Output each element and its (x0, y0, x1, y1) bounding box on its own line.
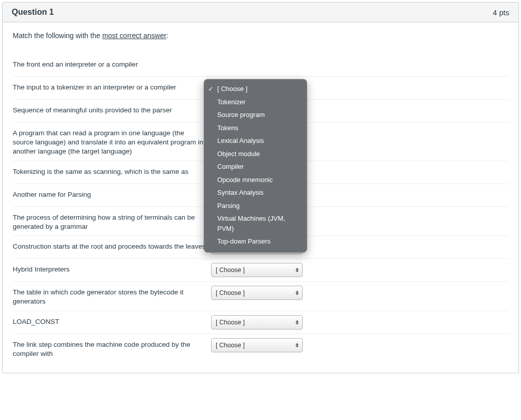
question-container: Question 1 4 pts Match the following wit… (2, 2, 519, 373)
instruction-text: Match the following with the most correc… (13, 32, 508, 54)
question-title: Question 1 (12, 8, 54, 17)
select-wrap: [ Choose ] (211, 315, 303, 329)
question-body: Match the following with the most correc… (3, 22, 518, 373)
match-prompt: The process of determining how a string … (13, 211, 211, 231)
match-row: The table in which code generator stores… (13, 282, 508, 311)
dropdown-option-label: Opcode mnemonic (217, 176, 273, 184)
match-prompt: A program that can read a program in one… (13, 127, 211, 157)
dropdown-option-label: Compiler (217, 163, 244, 170)
dropdown-option-label: Top-down Parsers (217, 237, 271, 245)
answer-select[interactable]: [ Choose ] (211, 286, 303, 300)
dropdown-option[interactable]: Tokenizer (204, 96, 307, 109)
match-prompt: The front end an interpreter or a compil… (13, 58, 211, 69)
dropdown-option[interactable]: Compiler (204, 160, 307, 173)
dropdown-option-label: Source program (217, 111, 265, 118)
select-value: [ Choose ] (216, 266, 245, 274)
match-row: Hybrid Interpreters[ Choose ] (13, 259, 508, 282)
select-wrap: [ Choose ] (211, 338, 303, 352)
match-prompt: Construction starts at the root and proc… (13, 240, 211, 251)
match-prompt: Tokenizing is the same as scanning, whic… (13, 165, 211, 176)
select-value: [ Choose ] (216, 289, 245, 296)
match-prompt: Another name for Parsing (13, 188, 211, 199)
dropdown-option[interactable]: Object module (204, 147, 307, 161)
instruction-underlined: most correct answer (102, 32, 166, 40)
dropdown-option[interactable]: Tokens (204, 122, 307, 135)
match-prompt: The link step combines the machine code … (13, 338, 211, 358)
answer-select[interactable]: [ Choose ] (211, 315, 303, 329)
match-prompt: The table in which code generator stores… (13, 286, 211, 306)
dropdown-option-label: Tokenizer (217, 98, 246, 106)
answer-select[interactable]: [ Choose ] (211, 263, 303, 277)
select-value: [ Choose ] (216, 319, 245, 326)
dropdown-option-label: [ Choose ] (217, 85, 247, 93)
dropdown-option-label: Lexical Analysis (217, 137, 264, 144)
instruction-prefix: Match the following with the (13, 32, 102, 40)
updown-arrows-icon (296, 320, 299, 324)
select-value: [ Choose ] (216, 342, 245, 349)
dropdown-menu[interactable]: ✓[ Choose ]TokenizerSource programTokens… (204, 79, 307, 252)
dropdown-option-label: Parsing (217, 202, 240, 209)
instruction-suffix: : (166, 32, 168, 40)
question-points: 4 pts (493, 8, 509, 17)
select-wrap: [ Choose ] (211, 263, 303, 277)
match-prompt: LOAD_CONST (13, 315, 211, 326)
updown-arrows-icon (296, 291, 299, 295)
dropdown-option-label: Tokens (217, 124, 238, 132)
dropdown-option-label: Object module (217, 150, 260, 158)
dropdown-option[interactable]: Parsing (204, 199, 307, 213)
select-wrap: [ Choose ] (211, 286, 303, 300)
updown-arrows-icon (296, 268, 299, 273)
check-icon: ✓ (208, 84, 213, 94)
match-row: The front end an interpreter or a compil… (13, 54, 508, 77)
match-row: LOAD_CONST[ Choose ] (13, 311, 508, 334)
match-prompt: The input to a tokenizer in an interpret… (13, 81, 211, 92)
match-prompt: Sequence of meaningful units provided to… (13, 104, 211, 115)
dropdown-option[interactable]: Syntax Analysis (204, 186, 307, 199)
dropdown-option[interactable]: Lexical Analysis (204, 134, 307, 147)
dropdown-option-label: Syntax Analysis (217, 189, 264, 196)
updown-arrows-icon (296, 343, 299, 347)
dropdown-option[interactable]: Top-down Parsers (204, 235, 307, 248)
dropdown-option-label: Virtual Machines (JVM, PVM) (217, 215, 285, 232)
select-wrap (211, 58, 303, 72)
dropdown-option[interactable]: Virtual Machines (JVM, PVM) (204, 212, 307, 235)
answer-select[interactable]: [ Choose ] (211, 338, 303, 352)
dropdown-option[interactable]: ✓[ Choose ] (204, 82, 307, 96)
question-header: Question 1 4 pts (3, 3, 518, 22)
dropdown-option[interactable]: Source program (204, 108, 307, 122)
match-row: The link step combines the machine code … (13, 334, 508, 363)
dropdown-option[interactable]: Opcode mnemonic (204, 173, 307, 187)
match-prompt: Hybrid Interpreters (13, 263, 211, 274)
